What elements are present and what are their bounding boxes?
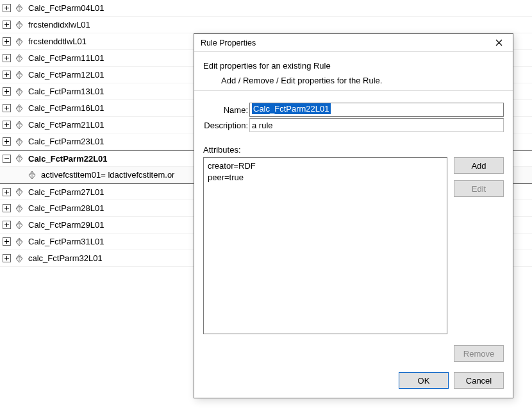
dialog-header: Edit properties for an existing Rule Add…: [194, 52, 513, 91]
diamond-icon: [14, 103, 24, 114]
add-button[interactable]: Add: [454, 157, 504, 174]
tree-node-label: Calc_FctParm22L01: [28, 154, 108, 164]
close-button[interactable]: [488, 36, 509, 50]
edit-button[interactable]: Edit: [454, 180, 504, 197]
diamond-icon: [27, 170, 37, 180]
expand-icon[interactable]: [3, 204, 11, 212]
expand-icon[interactable]: [3, 54, 11, 62]
expand-icon[interactable]: [3, 71, 11, 79]
collapse-icon[interactable]: [3, 155, 11, 163]
diamond-icon: [14, 20, 24, 30]
dialog-title: Rule Properties: [201, 38, 488, 47]
diamond-icon: [14, 187, 24, 197]
description-label: Description:: [203, 121, 249, 130]
dialog-body: Name: Calc_FctParm22L01 Description: Att…: [194, 91, 513, 362]
tree-node-label: Calc_FctParm13L01: [28, 87, 104, 96]
tree-node-label: calc_FctParm32L01: [28, 253, 103, 263]
remove-button[interactable]: Remove: [454, 345, 504, 362]
dialog-header-sub: Add / Remove / Edit properties for the R…: [203, 76, 504, 85]
attributes-label: Attributes:: [203, 145, 504, 155]
expand-icon[interactable]: [3, 221, 11, 229]
diamond-icon: [14, 3, 24, 13]
tree-node-label: Calc_FctParm12L01: [28, 70, 104, 80]
expand-icon[interactable]: [3, 37, 11, 46]
expand-icon[interactable]: [3, 254, 11, 262]
diamond-icon: [14, 220, 24, 230]
tree-node-label: Calc_FctParm11L01: [28, 53, 104, 63]
dialog-footer: OK Cancel: [194, 362, 513, 398]
name-field-text: Calc_FctParm22L01: [252, 103, 331, 114]
diamond-icon: [14, 137, 24, 147]
tree-node-label: Calc_FctParm28L01: [28, 203, 104, 213]
expand-icon[interactable]: [3, 137, 11, 146]
tree-node-label: frcstenddtlwL01: [28, 37, 87, 46]
dialog-titlebar[interactable]: Rule Properties: [194, 34, 513, 52]
dialog-header-main: Edit properties for an existing Rule: [203, 61, 504, 71]
diamond-icon: [14, 253, 24, 264]
ok-button[interactable]: OK: [399, 372, 449, 389]
tree-node-label: Calc_FctParm16L01: [28, 103, 104, 113]
diamond-icon: [14, 237, 24, 247]
diamond-icon: [14, 70, 24, 80]
tree-node-label: Calc_FctParm31L01: [28, 237, 104, 246]
diamond-icon: [14, 87, 24, 97]
attribute-line[interactable]: creator=RDF: [208, 160, 443, 172]
tree-node-label: Calc_FctParm23L01: [28, 137, 104, 146]
expand-icon[interactable]: [3, 4, 11, 12]
expand-icon[interactable]: [3, 87, 11, 96]
expand-placeholder: [15, 171, 24, 179]
cancel-button[interactable]: Cancel: [454, 372, 504, 389]
tree-node-label: Calc_FctParm04L01: [28, 3, 104, 13]
attributes-list[interactable]: creator=RDFpeer=true: [203, 157, 447, 334]
close-icon: [495, 39, 503, 46]
expand-icon[interactable]: [3, 121, 11, 129]
name-label: Name:: [203, 105, 249, 115]
diamond-icon: [14, 203, 24, 214]
description-field[interactable]: [249, 118, 504, 132]
name-field[interactable]: Calc_FctParm22L01: [249, 103, 504, 117]
tree-node-label: Calc_FctParm27L01: [28, 187, 104, 197]
tree-node-label: Calc_FctParm21L01: [28, 120, 104, 130]
diamond-icon: [14, 37, 24, 47]
diamond-icon: [14, 153, 24, 164]
expand-icon[interactable]: [3, 237, 11, 246]
diamond-icon: [14, 53, 24, 64]
expand-icon[interactable]: [3, 104, 11, 112]
attribute-line[interactable]: peer=true: [208, 172, 443, 183]
expand-icon[interactable]: [3, 188, 11, 196]
rule-properties-dialog: Rule Properties Edit properties for an e…: [194, 33, 513, 398]
tree-node-label: Calc_FctParm29L01: [28, 220, 104, 230]
tree-node-label: frcstendidxlwL01: [28, 20, 90, 30]
diamond-icon: [14, 120, 24, 130]
tree-node-label: activefcstitem01= ldactivefcstitem.or: [41, 170, 174, 180]
expand-icon[interactable]: [3, 21, 11, 29]
tree-row[interactable]: Calc_FctParm04L01: [0, 0, 532, 17]
tree-row[interactable]: frcstendidxlwL01: [0, 17, 532, 33]
